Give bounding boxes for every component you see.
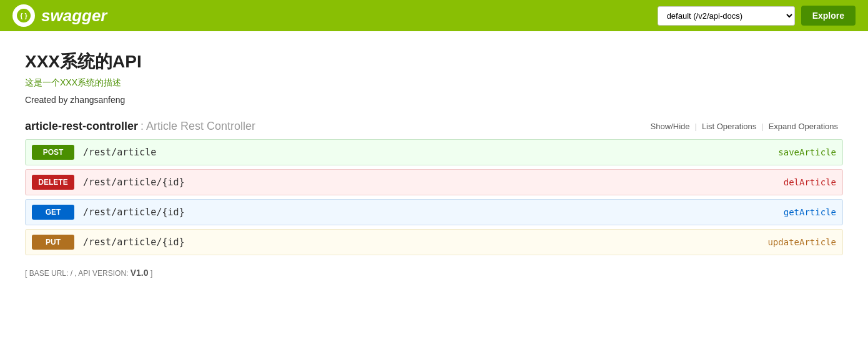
footer-version: V1.0 — [131, 268, 149, 278]
operation-path: /rest/article — [83, 147, 156, 158]
footer-prefix: [ BASE URL: / , API VERSION: — [25, 269, 128, 278]
controller-title-group: article-rest-controller : Article Rest C… — [25, 120, 255, 133]
footer-suffix: ] — [150, 269, 152, 278]
method-badge-put: PUT — [32, 235, 74, 250]
controller-subtitle: : Article Rest Controller — [141, 120, 255, 132]
operation-row[interactable]: POST/rest/articlesaveArticle — [25, 139, 843, 165]
api-description: 这是一个XXX系统的描述 — [25, 77, 843, 89]
operation-row-left: GET/rest/article/{id} — [32, 205, 185, 220]
operation-row-left: PUT/rest/article/{id} — [32, 235, 185, 250]
show-hide-link[interactable]: Show/Hide — [646, 122, 695, 131]
swagger-title: swagger — [41, 6, 107, 26]
header-branding: { } swagger — [12, 4, 107, 27]
operation-name: updateArticle — [767, 237, 836, 247]
method-badge-delete: DELETE — [32, 175, 74, 190]
main-content: XXX系统的API 这是一个XXX系统的描述 Created by zhangs… — [0, 31, 868, 296]
operation-name: saveArticle — [778, 147, 836, 157]
operation-path: /rest/article/{id} — [83, 207, 185, 218]
expand-operations-link[interactable]: Expand Operations — [764, 122, 843, 131]
method-badge-post: POST — [32, 145, 74, 160]
controller-actions: Show/Hide | List Operations | Expand Ope… — [646, 122, 843, 131]
app-header: { } swagger default (/v2/api-docs) Explo… — [0, 0, 868, 31]
operation-name: getArticle — [784, 207, 836, 217]
method-badge-get: GET — [32, 205, 74, 220]
controller-name: article-rest-controller — [25, 120, 138, 132]
operation-row[interactable]: PUT/rest/article/{id}updateArticle — [25, 229, 843, 255]
operation-row[interactable]: GET/rest/article/{id}getArticle — [25, 199, 843, 225]
swagger-logo-icon: { } — [12, 4, 35, 27]
api-url-select[interactable]: default (/v2/api-docs) — [658, 6, 795, 26]
operations-list: POST/rest/articlesaveArticleDELETE/rest/… — [25, 139, 843, 255]
operation-row-left: POST/rest/article — [32, 145, 156, 160]
operation-row-left: DELETE/rest/article/{id} — [32, 175, 185, 190]
api-created-by: Created by zhangsanfeng — [25, 95, 843, 105]
operation-name: delArticle — [784, 177, 836, 187]
api-title: XXX系统的API — [25, 50, 843, 74]
operation-path: /rest/article/{id} — [83, 177, 185, 188]
api-footer: [ BASE URL: / , API VERSION: V1.0 ] — [25, 268, 843, 278]
explore-button[interactable]: Explore — [801, 6, 856, 26]
controller-header: article-rest-controller : Article Rest C… — [25, 120, 843, 133]
list-operations-link[interactable]: List Operations — [697, 122, 761, 131]
svg-text:{ }: { } — [20, 12, 27, 19]
operation-row[interactable]: DELETE/rest/article/{id}delArticle — [25, 169, 843, 195]
operation-path: /rest/article/{id} — [83, 237, 185, 248]
header-center: default (/v2/api-docs) Explore — [658, 6, 856, 26]
